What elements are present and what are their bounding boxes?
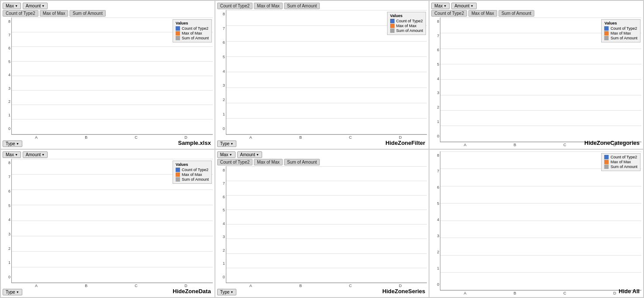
legend-item-label: Max of Max <box>396 24 417 28</box>
chart-area: 012345678ABCDValuesCount of Type2Max of … <box>431 18 641 147</box>
legend-color-box <box>176 31 180 35</box>
legend-color-box <box>390 28 395 33</box>
y-label: 7 <box>431 169 440 173</box>
chart-area: 012345678ABCDValuesCount of Type2Max of … <box>3 18 213 140</box>
filter-pill[interactable]: Sum of Amount <box>69 10 105 17</box>
y-label: 5 <box>217 55 226 59</box>
dropdown-amount[interactable]: Amount <box>451 3 476 9</box>
chart-inner: ABCDValuesCount of Type2Max of MaxSum of… <box>11 18 213 140</box>
x-label: D <box>161 135 211 140</box>
y-label: 0 <box>217 126 226 131</box>
legend-item-label: Count of Type2 <box>182 26 208 31</box>
legend-color-box <box>176 168 180 172</box>
chart-area: 012345678ABCDValuesCount of Type2Max of … <box>217 10 427 140</box>
legend-color-box <box>176 36 180 40</box>
x-label: B <box>61 135 111 140</box>
filter-pill[interactable]: Max of Max <box>254 3 283 9</box>
filter-pill[interactable]: Max of Max <box>40 10 69 17</box>
y-label: 2 <box>217 98 226 102</box>
bottom-filter-btn[interactable]: Type <box>3 140 22 147</box>
legend-item-label: Sum of Amount <box>610 36 637 40</box>
filter-pill[interactable]: Max of Max <box>468 10 497 17</box>
main-grid: MaxAmountCount of Type2Max of MaxSum of … <box>0 0 644 298</box>
dropdown-amount[interactable]: Amount <box>23 151 48 158</box>
filter-pill[interactable]: Max of Max <box>254 159 283 165</box>
filter-pills: Count of Type2Max of MaxSum of Amount <box>217 3 427 9</box>
chart-panel-hide-zone-categories: MaxAmountCount of Type2Max of MaxSum of … <box>429 0 644 149</box>
filter-pill[interactable]: Sum of Amount <box>284 159 320 165</box>
legend-item: Sum of Amount <box>176 36 209 40</box>
legend-color-box <box>176 177 180 182</box>
legend-item-label: Max of Max <box>182 172 202 177</box>
legend-item: Max of Max <box>176 172 209 177</box>
dropdown-max[interactable]: Max <box>217 151 235 158</box>
y-label: 4 <box>431 217 440 222</box>
y-label: 4 <box>3 73 11 77</box>
x-label: B <box>276 135 325 140</box>
dropdown-amount[interactable]: Amount <box>237 151 262 158</box>
y-label: 7 <box>3 175 11 179</box>
dropdown-max[interactable]: Max <box>431 3 450 9</box>
legend-title: Values <box>604 21 637 25</box>
filter-pill[interactable]: Sum of Amount <box>499 10 534 17</box>
x-labels: ABCD <box>226 135 427 140</box>
legend-color-box <box>604 31 609 35</box>
y-label: 6 <box>3 189 11 193</box>
y-label: 3 <box>431 234 440 238</box>
legend-item: Sum of Amount <box>176 177 209 182</box>
y-label: 3 <box>3 86 11 91</box>
legend-item-label: Count of Type2 <box>610 155 637 159</box>
chart-panel-hide-all: 012345678ABCDCount of Type2Max of MaxSum… <box>429 149 644 298</box>
y-label: 0 <box>431 134 440 138</box>
legend-item-label: Sum of Amount <box>182 177 209 182</box>
bottom-filter-btn[interactable]: Type <box>217 289 237 295</box>
filter-pill[interactable]: Count of Type2 <box>217 159 253 165</box>
filter-pill[interactable]: Count of Type2 <box>431 10 467 17</box>
y-label: 0 <box>3 126 11 131</box>
top-controls: MaxAmount <box>431 3 641 9</box>
panel-label-hide-zone-filter: HideZoneFilter <box>385 140 425 146</box>
chart-inner: ABCDValuesCount of Type2Max of MaxSum of… <box>440 18 641 147</box>
filter-pill[interactable]: Count of Type2 <box>217 3 253 9</box>
dropdown-max[interactable]: Max <box>3 3 21 9</box>
x-label: C <box>325 283 375 288</box>
legend-color-box <box>604 26 609 31</box>
top-controls: MaxAmount <box>3 151 213 158</box>
chart-inner: ABCDValuesCount of Type2Max of MaxSum of… <box>226 10 427 140</box>
legend-title: Values <box>390 14 423 18</box>
dropdown-amount[interactable]: Amount <box>23 3 48 9</box>
bottom-filter-btn[interactable]: Type <box>3 289 22 295</box>
y-axis: 012345678 <box>3 159 11 288</box>
y-label: 8 <box>217 168 226 172</box>
legend-item: Max of Max <box>604 31 637 35</box>
y-label: 8 <box>431 19 440 24</box>
y-label: 1 <box>217 261 226 266</box>
x-label: B <box>490 291 540 295</box>
filter-pill[interactable]: Count of Type2 <box>3 10 38 17</box>
legend-color-box <box>604 155 609 159</box>
y-label: 6 <box>431 185 440 189</box>
y-label: 6 <box>217 40 226 45</box>
y-label: 7 <box>431 34 440 38</box>
chart-panel-hide-zone-filter: Count of Type2Max of MaxSum of Amount012… <box>215 0 429 149</box>
y-label: 3 <box>3 232 11 236</box>
filter-pill[interactable]: Sum of Amount <box>284 3 320 9</box>
y-label: 2 <box>431 105 440 109</box>
dropdown-max[interactable]: Max <box>3 151 21 158</box>
bottom-filter-btn[interactable]: Type <box>217 140 237 147</box>
chart-panel-hide-zone-data: MaxAmount012345678ABCDValuesCount of Typ… <box>0 149 215 298</box>
x-labels: ABCD <box>440 291 641 295</box>
y-label: 3 <box>217 235 226 239</box>
x-label: D <box>161 283 211 288</box>
legend-item-label: Max of Max <box>610 160 631 164</box>
grid-lines <box>440 151 641 291</box>
y-axis: 012345678 <box>431 151 440 296</box>
y-label: 8 <box>431 153 440 158</box>
x-label: A <box>226 283 276 288</box>
y-label: 2 <box>431 250 440 254</box>
y-label: 6 <box>431 48 440 52</box>
chart-inner: ABCD <box>226 166 427 288</box>
legend-item: Sum of Amount <box>604 36 637 40</box>
chart-area: 012345678ABCDCount of Type2Max of MaxSum… <box>431 151 641 296</box>
y-label: 8 <box>3 161 11 165</box>
